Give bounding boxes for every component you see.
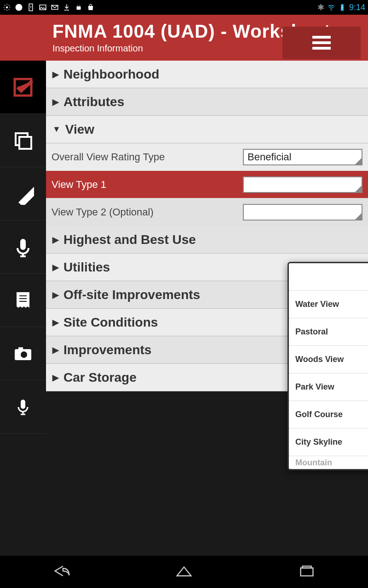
dropdown-option[interactable]: Golf Course bbox=[289, 401, 368, 429]
shop-icon bbox=[86, 3, 95, 11]
picture-icon bbox=[39, 3, 47, 11]
section-neighborhood[interactable]: ▶Neighboorhood bbox=[46, 61, 368, 88]
dropdown-option[interactable]: Mountain bbox=[289, 456, 368, 469]
spotify-icon bbox=[15, 3, 23, 11]
section-label: Improvements bbox=[63, 343, 151, 357]
section-view[interactable]: ▼View bbox=[46, 116, 368, 143]
dropdown-option[interactable]: Woods View bbox=[289, 346, 368, 373]
svg-point-1 bbox=[16, 4, 23, 11]
select-view-type-1[interactable] bbox=[243, 176, 362, 193]
select-value: Beneficial bbox=[247, 151, 291, 163]
section-label: Car Storage bbox=[63, 370, 137, 385]
dropdown-option[interactable]: City Skyline bbox=[289, 429, 368, 456]
field-label: Overall View Rating Type bbox=[52, 151, 243, 163]
no-sim-icon: ✱ bbox=[317, 2, 324, 12]
select-view-type-2[interactable] bbox=[243, 204, 362, 220]
sidebar-item-receipt[interactable] bbox=[0, 274, 46, 327]
dropdown-option[interactable]: Park View bbox=[289, 373, 368, 401]
gps-icon bbox=[3, 3, 11, 11]
section-label: Off-site Improvements bbox=[63, 288, 200, 302]
nav-recent-button[interactable] bbox=[296, 563, 317, 581]
sidebar-empty bbox=[0, 434, 46, 556]
nav-home-button[interactable] bbox=[173, 563, 195, 581]
field-label: View Type 2 (Optional) bbox=[52, 206, 243, 218]
svg-point-17 bbox=[21, 351, 27, 358]
section-label: View bbox=[65, 122, 94, 137]
section-label: Site Conditions bbox=[63, 315, 158, 330]
section-label: Neighboorhood bbox=[63, 67, 159, 82]
sidebar-item-mic[interactable] bbox=[0, 380, 46, 434]
svg-rect-19 bbox=[312, 36, 331, 39]
dropdown-option-blank[interactable] bbox=[289, 263, 368, 291]
wifi-icon bbox=[327, 3, 335, 11]
svg-point-5 bbox=[77, 5, 78, 6]
mail-icon bbox=[51, 3, 59, 11]
dropdown-popup: Water View Pastoral Woods View Park View… bbox=[288, 262, 368, 470]
field-view-type-2: View Type 2 (Optional) bbox=[46, 198, 368, 226]
sidebar-item-audio[interactable] bbox=[0, 220, 46, 274]
sidebar-item-camera[interactable] bbox=[0, 327, 46, 380]
svg-rect-18 bbox=[21, 400, 25, 409]
field-label: View Type 1 bbox=[52, 179, 243, 191]
select-overall-view-rating[interactable]: Beneficial bbox=[243, 149, 362, 165]
section-highest-best-use[interactable]: ▶Highest and Best Use bbox=[46, 226, 368, 254]
svg-rect-20 bbox=[312, 41, 331, 44]
battery-icon bbox=[338, 3, 346, 11]
clock-time: 9:14 bbox=[349, 3, 365, 12]
app-header: FNMA 1004 (UAD) - Worksheet Inspection I… bbox=[46, 15, 368, 61]
sidebar-item-copy[interactable] bbox=[0, 114, 46, 167]
download-icon bbox=[63, 3, 71, 11]
sidebar-item-worksheet[interactable] bbox=[0, 61, 46, 114]
svg-rect-23 bbox=[302, 566, 311, 568]
android-nav-bar bbox=[0, 556, 368, 588]
svg-rect-9 bbox=[341, 4, 343, 5]
section-label: Highest and Best Use bbox=[63, 232, 196, 247]
android-icon bbox=[75, 3, 83, 11]
field-view-type-1: View Type 1 bbox=[46, 171, 368, 198]
dropdown-option[interactable]: Water View bbox=[289, 291, 368, 318]
menu-button[interactable] bbox=[282, 27, 361, 59]
svg-point-0 bbox=[6, 6, 8, 9]
field-overall-view-rating: Overall View Rating Type Beneficial bbox=[46, 143, 368, 171]
dropdown-option[interactable]: Pastoral bbox=[289, 318, 368, 346]
section-attributes[interactable]: ▶Attributes bbox=[46, 88, 368, 116]
section-label: Utilities bbox=[63, 260, 110, 275]
svg-rect-21 bbox=[312, 47, 331, 50]
nav-back-button[interactable] bbox=[51, 563, 72, 581]
sidebar-header-spacer bbox=[0, 15, 46, 61]
svg-point-7 bbox=[331, 10, 332, 11]
svg-rect-12 bbox=[19, 137, 31, 149]
svg-rect-13 bbox=[18, 187, 34, 205]
svg-rect-14 bbox=[20, 239, 26, 250]
android-status-bar: ✱ 9:14 bbox=[0, 0, 368, 15]
svg-point-6 bbox=[80, 5, 80, 6]
main-content: FNMA 1004 (UAD) - Worksheet Inspection I… bbox=[46, 15, 368, 556]
sidebar bbox=[0, 15, 46, 556]
svg-rect-22 bbox=[300, 568, 313, 576]
update-icon bbox=[27, 3, 35, 11]
sidebar-item-measure[interactable] bbox=[0, 167, 46, 220]
section-label: Attributes bbox=[63, 95, 124, 109]
svg-rect-16 bbox=[18, 347, 23, 350]
